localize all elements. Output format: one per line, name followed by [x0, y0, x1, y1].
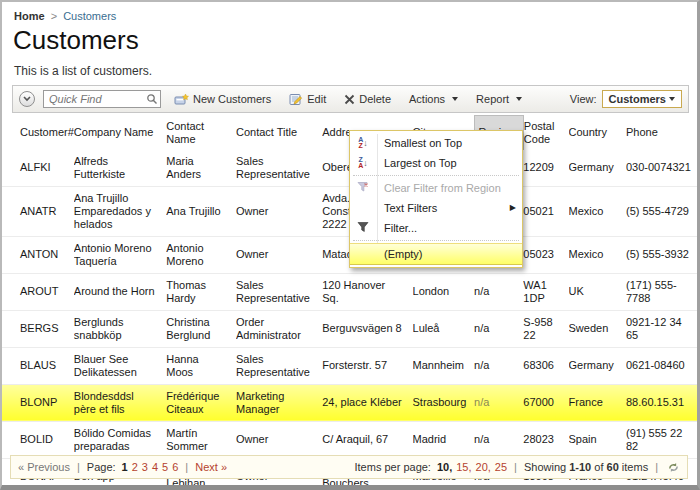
cell-contact: Hanna Moos — [166, 347, 236, 384]
page-link-2[interactable]: 2 — [132, 461, 138, 473]
cell-phone: 030-0074321 — [626, 150, 700, 187]
customer-id-link[interactable]: BLONP — [2, 384, 74, 421]
cell-phone: (5) 555-4729 — [626, 186, 700, 236]
quick-find — [43, 90, 161, 108]
cell-region: n/a — [474, 384, 523, 421]
new-customers-button[interactable]: New Customers — [169, 91, 276, 108]
cell-company: Ana Trujillo Emparedados y helados — [74, 186, 166, 236]
customer-id-link[interactable]: BLAUS — [2, 347, 74, 384]
customers-page: Home > Customers Customers This is a lis… — [0, 0, 700, 490]
cell-contact: Thomas Hardy — [166, 273, 236, 310]
column-header-id[interactable]: Customer# — [2, 116, 74, 150]
items-per-page-label: Items per page: — [355, 461, 431, 473]
cell-company: Blondesddsl père et fils — [74, 384, 166, 421]
page-size-link-10[interactable]: 10, — [437, 461, 452, 473]
cell-postal: WA1 1DP — [523, 273, 568, 310]
view-dropdown[interactable]: Customers — [602, 90, 682, 108]
actions-menu-button[interactable]: Actions — [404, 91, 463, 107]
cell-contact: Ana Trujillo — [166, 186, 236, 236]
breadcrumb-current[interactable]: Customers — [63, 10, 116, 22]
cell-title: Owner — [236, 236, 322, 273]
column-header-country[interactable]: Country — [569, 116, 626, 150]
menu-item-empty[interactable]: (Empty) — [350, 243, 522, 265]
cell-city: Mannheim — [413, 347, 475, 384]
divider: | — [77, 461, 80, 473]
menu-item-label: Text Filters — [384, 202, 437, 214]
page-title: Customers — [13, 25, 689, 56]
column-header-title[interactable]: Contact Title — [236, 116, 322, 150]
column-header-company[interactable]: Company Name — [74, 116, 166, 150]
page-link-6[interactable]: 6 — [172, 461, 178, 473]
cell-postal: 12209 — [523, 150, 568, 187]
table-row-BERGS[interactable]: BERGSBerglunds snabbköpChristina Berglun… — [2, 310, 700, 347]
actions-label: Actions — [409, 93, 445, 105]
filter-icon — [354, 222, 372, 235]
cell-country: Spain — [569, 421, 626, 458]
page-size-link-15[interactable]: 15, — [456, 461, 471, 473]
column-header-phone[interactable]: Phone — [626, 116, 700, 150]
new-customers-label: New Customers — [193, 93, 271, 105]
menu-item-filter[interactable]: Filter... — [350, 218, 522, 238]
customer-id-link[interactable]: BERGS — [2, 310, 74, 347]
cell-address: C/ Araquil, 67 — [322, 421, 412, 458]
customer-id-link[interactable]: AROUT — [2, 273, 74, 310]
menu-item-label: (Empty) — [384, 248, 423, 260]
cell-country: Mexico — [569, 236, 626, 273]
page-link-4[interactable]: 4 — [152, 461, 158, 473]
cell-region: n/a — [474, 347, 523, 384]
menu-item-clear-filter-from-region[interactable]: Clear Filter from Region — [350, 178, 522, 198]
sort-asc-icon: AZ↓ — [354, 136, 372, 150]
refresh-button[interactable] — [667, 461, 680, 474]
cell-title: Owner — [236, 186, 322, 236]
cell-country: Germany — [569, 347, 626, 384]
cell-title: Owner — [236, 421, 322, 458]
cell-phone: 0921-12 34 65 — [626, 310, 700, 347]
delete-button[interactable]: Delete — [339, 91, 396, 107]
cell-postal: 28023 — [523, 421, 568, 458]
table-row-AROUT[interactable]: AROUTAround the HornThomas HardySales Re… — [2, 273, 700, 310]
menu-item-largest-on-top[interactable]: ZA↓Largest on Top — [350, 153, 522, 173]
cell-company: Berglunds snabbköp — [74, 310, 166, 347]
divider: | — [655, 461, 658, 473]
cell-contact: Antonio Moreno — [166, 236, 236, 273]
previous-page-button[interactable]: « Previous — [18, 461, 70, 473]
search-input[interactable] — [43, 90, 161, 108]
page-size-link-20[interactable]: 20, — [476, 461, 491, 473]
page-link-3[interactable]: 3 — [142, 461, 148, 473]
breadcrumb-home-link[interactable]: Home — [14, 10, 45, 22]
report-menu-button[interactable]: Report — [471, 91, 527, 107]
clear-filter-icon — [354, 182, 372, 195]
customer-id-link[interactable]: ANATR — [2, 186, 74, 236]
total-items: 60 — [607, 461, 619, 473]
column-header-contact[interactable]: Contact Name — [166, 116, 236, 150]
page-link-1[interactable]: 1 — [122, 461, 128, 473]
page-link-5[interactable]: 5 — [162, 461, 168, 473]
cell-city: Luleå — [413, 310, 475, 347]
customer-id-link[interactable]: ANTON — [2, 236, 74, 273]
cell-company: Antonio Moreno Taquería — [74, 236, 166, 273]
divider: | — [514, 461, 517, 473]
table-row-BOLID[interactable]: BOLIDBólido Comidas preparadasMartín Som… — [2, 421, 700, 458]
toolbar-collapse-button[interactable] — [19, 91, 35, 107]
cell-company: Around the Horn — [74, 273, 166, 310]
menu-item-text-filters[interactable]: Text Filters▶ — [350, 198, 522, 218]
cell-phone: (171) 555-7788 — [626, 273, 700, 310]
edit-button[interactable]: Edit — [284, 91, 331, 108]
submenu-arrow-icon: ▶ — [510, 202, 516, 214]
next-page-button[interactable]: Next » — [195, 461, 227, 473]
customer-id-link[interactable]: BOLID — [2, 421, 74, 458]
showing-range: 1-10 — [569, 461, 591, 473]
menu-item-smallest-on-top[interactable]: AZ↓Smallest on Top — [350, 133, 522, 153]
region-filter-menu: AZ↓Smallest on TopZA↓Largest on TopClear… — [349, 130, 523, 268]
page-size-link-25[interactable]: 25 — [495, 461, 507, 473]
cell-address: Forsterstr. 57 — [322, 347, 412, 384]
table-row-BLONP[interactable]: BLONPBlondesddsl père et filsFrédérique … — [2, 384, 700, 421]
new-record-icon — [174, 93, 189, 106]
column-header-postal[interactable]: Postal Code — [523, 116, 568, 150]
search-icon[interactable] — [146, 93, 158, 105]
cell-title: Marketing Manager — [236, 384, 322, 421]
breadcrumb: Home > Customers — [14, 10, 689, 22]
table-row-BLAUS[interactable]: BLAUSBlauer See DelikatessenHanna MoosSa… — [2, 347, 700, 384]
report-label: Report — [476, 93, 509, 105]
customer-id-link[interactable]: ALFKI — [2, 150, 74, 187]
